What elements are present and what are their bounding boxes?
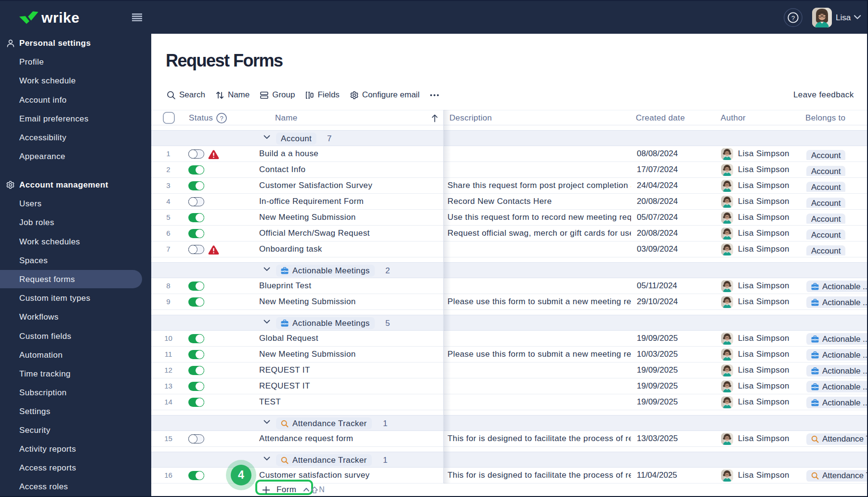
svg-text:?: ?: [220, 115, 223, 122]
svg-text:?: ?: [791, 14, 795, 22]
svg-text:wrike: wrike: [41, 10, 79, 26]
